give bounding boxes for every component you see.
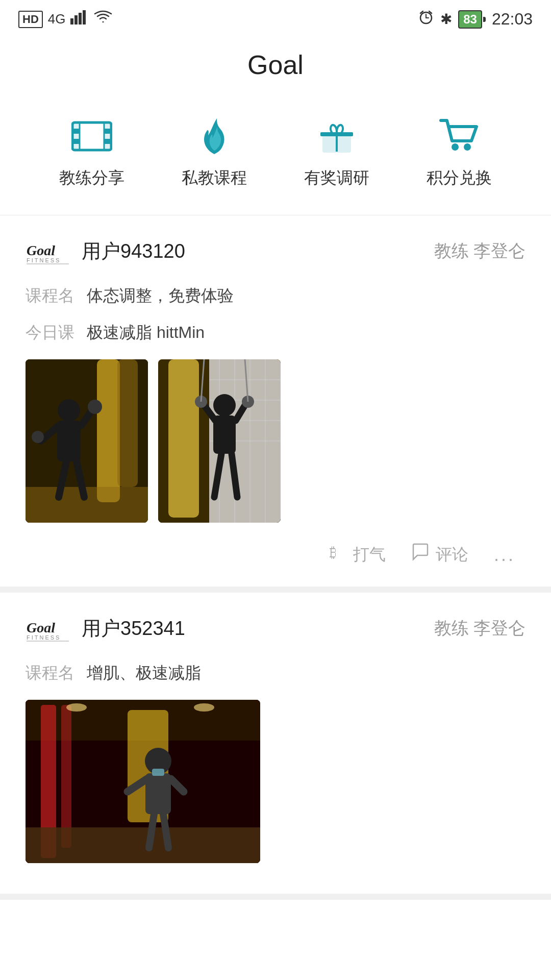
nav-label-points-redeem: 积分兑换	[427, 167, 492, 189]
svg-text:FITNESS: FITNESS	[27, 634, 61, 641]
svg-rect-10	[72, 129, 80, 134]
nav-item-coach-share[interactable]: 教练分享	[59, 116, 124, 189]
nav-label-survey-reward: 有奖调研	[304, 167, 369, 189]
film-icon	[69, 116, 115, 157]
photo-grid-2	[26, 700, 525, 863]
card-info-2: 课程名 增肌、极速减脂	[26, 662, 525, 684]
svg-rect-3	[83, 10, 86, 24]
svg-line-73	[163, 814, 168, 848]
action-bar-1: ₿ 打气 评论 ...	[26, 538, 525, 571]
card-header-1: Goal FITNESS 用户943120 教练 李登仑	[26, 236, 525, 266]
svg-text:FITNESS: FITNESS	[27, 257, 61, 263]
goal-fitness-logo-1: Goal FITNESS	[26, 236, 71, 266]
svg-rect-9	[104, 122, 111, 150]
svg-point-20	[452, 143, 459, 151]
quick-nav: 教练分享 私教课程 有奖调研	[0, 106, 551, 215]
alarm-icon	[418, 9, 434, 29]
trainer-name-1: 教练 李登仑	[434, 239, 525, 263]
card-header-2: Goal FITNESS 用户352341 教练 李登仑	[26, 613, 525, 644]
card-user-info-2: Goal FITNESS 用户352341	[26, 613, 185, 644]
comment-button[interactable]: 评论	[411, 543, 468, 566]
nav-item-points-redeem[interactable]: 积分兑换	[427, 116, 492, 189]
svg-rect-38	[168, 359, 199, 518]
svg-point-32	[32, 431, 44, 443]
svg-rect-65	[61, 705, 71, 848]
time-display: 22:03	[492, 10, 533, 29]
nav-label-private-class: 私教课程	[182, 167, 247, 189]
today-label-1: 今日课	[26, 322, 87, 344]
photo-2-1[interactable]	[26, 700, 260, 863]
svg-rect-11	[72, 139, 80, 144]
svg-rect-2	[79, 13, 82, 24]
svg-text:Goal: Goal	[27, 620, 55, 635]
status-bar: HD 4G	[0, 0, 551, 34]
status-left: HD 4G	[18, 10, 112, 28]
trainer-name-2: 教练 李登仑	[434, 617, 525, 640]
svg-point-75	[66, 703, 87, 712]
network-signal: 4G	[48, 11, 66, 27]
svg-rect-1	[74, 15, 78, 24]
battery-indicator: 83	[458, 10, 486, 29]
status-right: ✱ 83 22:03	[418, 9, 533, 29]
svg-rect-13	[104, 139, 111, 144]
svg-point-21	[464, 143, 471, 151]
course-value-2: 增肌、极速减脂	[87, 662, 201, 684]
feed-card-1: Goal FITNESS 用户943120 教练 李登仑 课程名 体态调整，免费…	[0, 215, 551, 593]
svg-text:Goal: Goal	[27, 242, 55, 258]
cart-icon	[436, 116, 482, 157]
gift-icon	[314, 116, 360, 157]
svg-point-48	[213, 394, 236, 416]
page-title: Goal	[0, 34, 551, 106]
svg-rect-0	[70, 18, 73, 24]
svg-point-34	[88, 400, 102, 414]
comment-icon	[411, 543, 430, 566]
hd-badge: HD	[18, 11, 43, 28]
svg-rect-8	[72, 122, 80, 150]
today-value-1: 极速减脂 hittMin	[87, 322, 205, 344]
svg-point-29	[58, 399, 80, 422]
photo-1-2[interactable]	[158, 359, 281, 523]
bitcoin-icon: ₿	[329, 543, 347, 566]
flame-icon	[191, 116, 237, 157]
wifi-icon	[94, 10, 112, 28]
svg-rect-67	[26, 827, 260, 863]
nav-item-survey-reward[interactable]: 有奖调研	[304, 116, 369, 189]
course-label-2: 课程名	[26, 662, 87, 684]
today-row-1: 今日课 极速减脂 hittMin	[26, 322, 525, 344]
user-name-1: 用户943120	[82, 238, 185, 264]
bluetooth-icon: ✱	[440, 11, 452, 28]
comment-label: 评论	[436, 544, 468, 566]
course-value-1: 体态调整，免费体验	[87, 285, 234, 307]
cheer-button[interactable]: ₿ 打气	[329, 543, 386, 566]
signal-bars	[70, 10, 89, 28]
user-name-2: 用户352341	[82, 616, 185, 642]
more-button[interactable]: ...	[494, 544, 515, 566]
card-info-1: 课程名 体态调整，免费体验 今日课 极速减脂 hittMin	[26, 285, 525, 344]
nav-item-private-class[interactable]: 私教课程	[182, 116, 247, 189]
nav-label-coach-share: 教练分享	[59, 167, 124, 189]
cheer-label: 打气	[353, 544, 386, 566]
photo-1-1[interactable]	[26, 359, 148, 523]
card-user-info-1: Goal FITNESS 用户943120	[26, 236, 185, 266]
course-label-1: 课程名	[26, 285, 87, 307]
photo-grid-1	[26, 359, 525, 523]
svg-point-76	[194, 703, 214, 712]
svg-line-72	[149, 814, 154, 848]
course-row-1: 课程名 体态调整，免费体验	[26, 285, 525, 307]
course-row-2: 课程名 增肌、极速减脂	[26, 662, 525, 684]
svg-text:₿: ₿	[330, 545, 337, 560]
more-icon: ...	[494, 544, 515, 566]
svg-rect-26	[97, 359, 120, 502]
goal-fitness-logo-2: Goal FITNESS	[26, 613, 71, 644]
svg-rect-12	[104, 129, 111, 134]
svg-rect-27	[117, 359, 138, 487]
feed-card-2: Goal FITNESS 用户352341 教练 李登仑 课程名 增肌、极速减脂	[0, 593, 551, 900]
svg-rect-74	[152, 769, 164, 776]
